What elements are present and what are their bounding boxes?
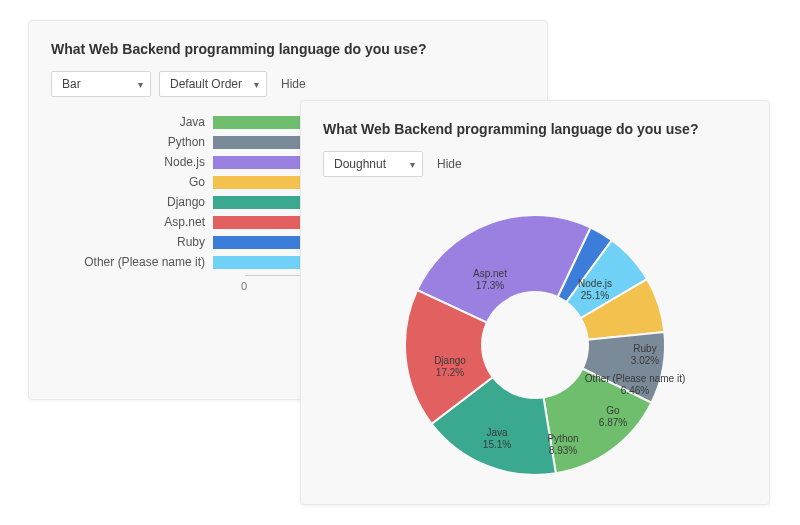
doughnut-chart: Node.js25.1% Ruby3.02% Other (Please nam…	[385, 195, 685, 495]
bar-label: Asp.net	[75, 215, 213, 229]
chevron-down-icon: ▾	[254, 79, 259, 90]
chart-type-value: Doughnut	[334, 157, 386, 171]
doughnut-chart-panel: What Web Backend programming language do…	[300, 100, 770, 505]
slice-label-django: Django17.2%	[434, 355, 466, 379]
order-value: Default Order	[170, 77, 242, 91]
slice-label-ruby: Ruby3.02%	[631, 343, 659, 367]
bar-label: Node.js	[75, 155, 213, 169]
chart-type-select[interactable]: Doughnut ▾	[323, 151, 423, 177]
slice-label-aspnet: Asp.net17.3%	[473, 268, 507, 292]
bar-label: Other (Please name it)	[75, 255, 213, 269]
bar-label: Java	[75, 115, 213, 129]
slice-label-go: Go6.87%	[599, 405, 627, 429]
order-select[interactable]: Default Order ▾	[159, 71, 267, 97]
hide-button[interactable]: Hide	[281, 77, 306, 91]
chevron-down-icon: ▾	[410, 159, 415, 170]
bar-controls: Bar ▾ Default Order ▾ Hide	[51, 71, 525, 97]
bar-chart-title: What Web Backend programming language do…	[51, 41, 525, 57]
hide-button[interactable]: Hide	[437, 157, 462, 171]
slice-label-python: Python8.93%	[547, 433, 578, 457]
slice-label-other: Other (Please name it)6.46%	[585, 373, 686, 397]
doughnut-controls: Doughnut ▾ Hide	[323, 151, 747, 177]
doughnut-hole	[481, 291, 589, 399]
slice-label-nodejs: Node.js25.1%	[578, 278, 612, 302]
doughnut-chart-title: What Web Backend programming language do…	[323, 121, 747, 137]
bar-label: Python	[75, 135, 213, 149]
chart-type-select[interactable]: Bar ▾	[51, 71, 151, 97]
bar-label: Go	[75, 175, 213, 189]
chevron-down-icon: ▾	[138, 79, 143, 90]
slice-label-java: Java15.1%	[483, 427, 511, 451]
chart-type-value: Bar	[62, 77, 81, 91]
bar-label: Django	[75, 195, 213, 209]
bar-label: Ruby	[75, 235, 213, 249]
